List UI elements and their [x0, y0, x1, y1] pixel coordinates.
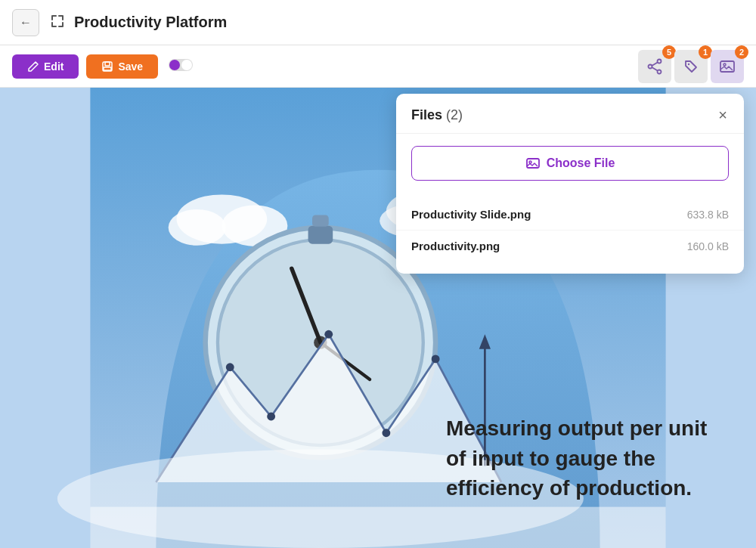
file-size-2: 160.0 kB — [687, 240, 729, 252]
toolbar: Edit Save — [0, 45, 756, 88]
file-name-2: Productivity.png — [411, 240, 500, 252]
svg-point-31 — [324, 330, 333, 339]
file-item: Productivity Slide.png 633.8 kB — [396, 199, 744, 231]
save-icon — [101, 60, 113, 73]
image-icon — [719, 58, 736, 75]
files-count: (2) — [446, 107, 463, 122]
svg-rect-0 — [103, 62, 112, 71]
back-icon: ← — [20, 16, 32, 29]
page-title: Productivity Platform — [74, 14, 744, 31]
header: ← Productivity Platform — [0, 0, 756, 45]
svg-point-32 — [382, 429, 390, 437]
choose-file-button[interactable]: Choose File — [411, 146, 729, 181]
choose-file-icon — [525, 156, 541, 171]
svg-point-39 — [529, 161, 531, 163]
expand-icon[interactable] — [50, 14, 65, 31]
close-files-button[interactable]: × — [717, 106, 729, 124]
svg-rect-37 — [90, 507, 665, 548]
edit-icon — [27, 60, 39, 73]
toggle-icon[interactable] — [169, 56, 193, 77]
svg-point-7 — [649, 64, 652, 68]
file-item-2: Productivity.png 160.0 kB — [396, 231, 744, 262]
save-button[interactable]: Save — [86, 54, 158, 79]
image-button[interactable]: 2 — [711, 50, 744, 83]
svg-point-5 — [181, 60, 192, 70]
svg-point-33 — [432, 354, 440, 363]
svg-rect-2 — [104, 67, 111, 70]
tag-icon — [683, 58, 699, 75]
svg-point-11 — [688, 63, 689, 64]
slide-text: Measuring output per unit of input to ga… — [446, 413, 711, 503]
files-panel: Files (2) × Choose File Productivity Sli… — [396, 94, 744, 274]
back-button[interactable]: ← — [12, 9, 39, 36]
file-name-1: Productivity Slide.png — [411, 208, 531, 221]
file-list: Productivity Slide.png 633.8 kB Producti… — [396, 193, 744, 274]
svg-point-8 — [658, 70, 662, 73]
svg-point-13 — [723, 63, 726, 66]
share-button[interactable]: 5 — [638, 50, 671, 83]
toolbar-right: 5 1 2 — [638, 50, 744, 83]
svg-rect-1 — [105, 62, 110, 66]
edit-button[interactable]: Edit — [12, 54, 79, 79]
tag-button[interactable]: 1 — [674, 50, 708, 83]
image-badge: 2 — [735, 45, 748, 59]
svg-rect-26 — [308, 226, 333, 244]
svg-point-6 — [658, 59, 662, 63]
files-panel-header: Files (2) × — [396, 94, 744, 134]
svg-rect-27 — [312, 215, 329, 227]
share-icon — [646, 58, 663, 75]
main-content: Measuring output per unit of input to ga… — [0, 88, 756, 548]
files-title: Files (2) — [411, 107, 463, 123]
svg-point-4 — [169, 60, 180, 70]
svg-line-9 — [652, 62, 658, 66]
svg-point-29 — [226, 363, 234, 371]
svg-line-10 — [652, 67, 658, 71]
file-size-1: 633.8 kB — [687, 209, 729, 221]
svg-point-16 — [169, 209, 226, 246]
svg-point-30 — [267, 413, 275, 421]
app-container: ← Productivity Platform Edit Save — [0, 0, 756, 548]
